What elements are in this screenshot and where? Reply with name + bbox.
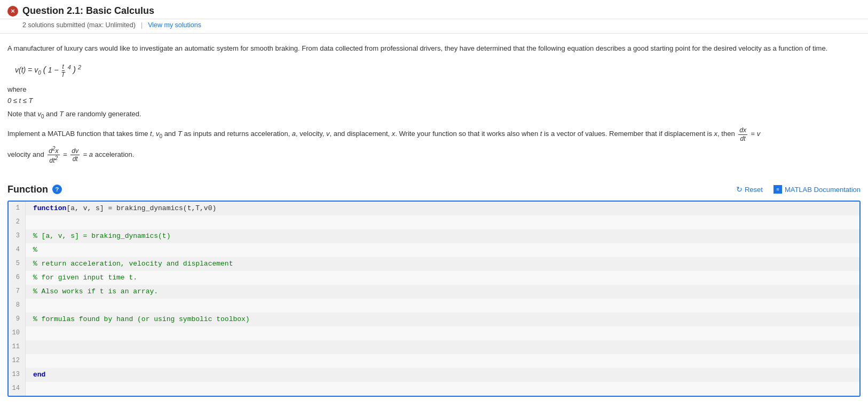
help-icon[interactable]: ? xyxy=(52,185,62,194)
line-number: 7 xyxy=(9,285,26,299)
question-header: × Question 2.1: Basic Calculus xyxy=(0,0,868,19)
note-text: Note that v0 and T are randomly generate… xyxy=(7,110,861,119)
keyword-end: end xyxy=(33,369,45,381)
table-row[interactable]: 11 xyxy=(9,340,859,354)
line-number: 3 xyxy=(9,229,26,243)
code-content[interactable]: % Also works if t is an array. xyxy=(26,285,158,299)
separator: | xyxy=(141,21,143,29)
code-content[interactable] xyxy=(26,354,33,368)
line-number: 12 xyxy=(9,354,26,368)
table-row[interactable]: 13end xyxy=(9,368,859,382)
reset-button[interactable]: ↻ Reset xyxy=(736,185,763,194)
function-section: Function ? ↻ Reset ≡ MATLAB Documentatio… xyxy=(0,184,868,397)
line-number: 9 xyxy=(9,313,26,326)
table-row[interactable]: 2 xyxy=(9,215,859,229)
code-content[interactable] xyxy=(26,326,33,340)
line-number: 14 xyxy=(9,382,26,396)
table-row[interactable]: 7% Also works if t is an array. xyxy=(9,285,859,299)
view-solutions-link[interactable]: View my solutions xyxy=(148,21,201,29)
code-editor[interactable]: 1function [a, v, s] = braking_dynamics(t… xyxy=(7,201,861,397)
line-number: 2 xyxy=(9,215,26,229)
code-content[interactable]: end xyxy=(26,368,45,382)
table-row[interactable]: 1function [a, v, s] = braking_dynamics(t… xyxy=(9,202,859,215)
doc-icon: ≡ xyxy=(774,185,782,194)
code-content[interactable]: % [a, v, s] = braking_dynamics(t) xyxy=(26,229,170,243)
line-number: 1 xyxy=(9,202,26,215)
table-row[interactable]: 5% return acceleration, velocity and dis… xyxy=(9,257,859,271)
line-number: 8 xyxy=(9,299,26,313)
comment: % formulas found by hand (or using symbo… xyxy=(33,313,250,325)
error-icon: × xyxy=(7,6,18,17)
table-row[interactable]: 3% [a, v, s] = braking_dynamics(t) xyxy=(9,229,859,243)
code-content[interactable]: function [a, v, s] = braking_dynamics(t,… xyxy=(26,202,216,215)
line-number: 4 xyxy=(9,243,26,257)
code-content[interactable]: % for given input time t. xyxy=(26,271,137,285)
where-label: where xyxy=(7,85,861,93)
code-content[interactable] xyxy=(26,299,33,313)
velocity-accel-text: velocity and d2x dt2 = dv dt = a acceler… xyxy=(7,146,861,165)
comment: % xyxy=(33,244,37,256)
comment: % Also works if t is an array. xyxy=(33,285,158,298)
table-row[interactable]: 14 xyxy=(9,382,859,396)
comment: % [a, v, s] = braking_dynamics(t) xyxy=(33,230,170,242)
submissions-text: 2 solutions submitted (max: Unlimited) xyxy=(22,21,136,29)
code-content[interactable] xyxy=(26,215,33,229)
matlab-doc-button[interactable]: ≡ MATLAB Documentation xyxy=(774,185,861,194)
line-number: 10 xyxy=(9,326,26,340)
question-paragraph1: A manufacturer of luxury cars would like… xyxy=(7,43,861,54)
question-body: A manufacturer of luxury cars would like… xyxy=(0,34,868,173)
reset-icon: ↻ xyxy=(736,185,743,194)
function-actions: ↻ Reset ≡ MATLAB Documentation xyxy=(736,185,861,194)
code-content[interactable]: % formulas found by hand (or using symbo… xyxy=(26,313,250,326)
table-row[interactable]: 10 xyxy=(9,326,859,340)
implement-text: Implement a MATLAB function that takes t… xyxy=(7,126,861,142)
code-content[interactable] xyxy=(26,382,33,396)
code-content[interactable] xyxy=(26,340,33,354)
table-row[interactable]: 12 xyxy=(9,354,859,368)
comment: % return acceleration, velocity and disp… xyxy=(33,258,233,270)
table-row[interactable]: 6% for given input time t. xyxy=(9,271,859,285)
submission-bar: 2 solutions submitted (max: Unlimited) |… xyxy=(0,19,868,34)
code-content[interactable]: % xyxy=(26,243,37,257)
code-content[interactable]: % return acceleration, velocity and disp… xyxy=(26,257,233,271)
line-number: 11 xyxy=(9,340,26,354)
table-row[interactable]: 8 xyxy=(9,299,859,313)
table-row[interactable]: 9% formulas found by hand (or using symb… xyxy=(9,313,859,326)
table-row[interactable]: 4% xyxy=(9,243,859,257)
line-number: 13 xyxy=(9,368,26,382)
keyword-function: function xyxy=(33,202,66,214)
function-title: Function ? xyxy=(7,184,62,195)
question-title: Question 2.1: Basic Calculus xyxy=(22,5,154,17)
function-header: Function ? ↻ Reset ≡ MATLAB Documentatio… xyxy=(7,184,861,195)
line-number: 5 xyxy=(9,257,26,271)
inequality-text: 0 ≤ t ≤ T xyxy=(7,97,861,105)
comment: % for given input time t. xyxy=(33,271,137,284)
main-formula: v(t) = v0 ( 1 − t T 4 ) 2 xyxy=(15,63,861,79)
line-number: 6 xyxy=(9,271,26,285)
